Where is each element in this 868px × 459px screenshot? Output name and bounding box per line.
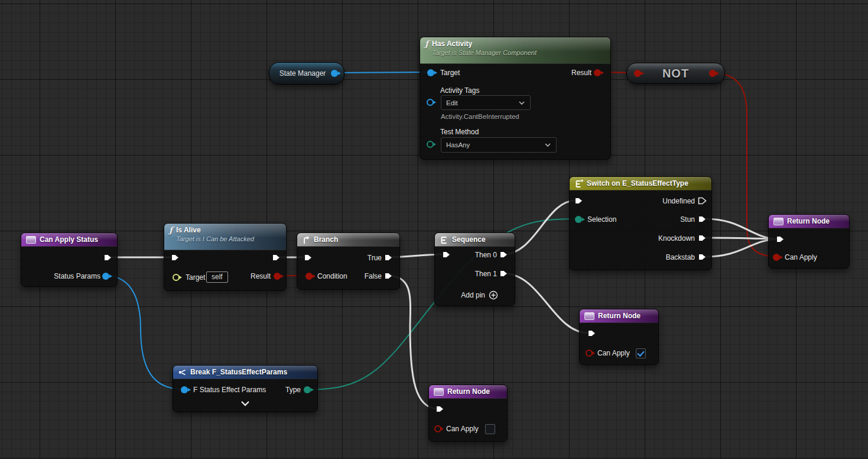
activity-tags-label: Activity Tags: [440, 86, 479, 95]
return-icon: [434, 388, 444, 396]
false-pin-label: False: [365, 272, 382, 280]
wire-exec-then1-to-return-mid[interactable]: [503, 273, 589, 333]
return-icon: [584, 312, 594, 320]
node-header: Return Node: [580, 309, 658, 323]
node-is-alive[interactable]: ƒ Is Alive Target is I Can be Attacked T…: [164, 223, 287, 291]
selection-input-pin[interactable]: [575, 216, 582, 223]
node-can-apply-status[interactable]: Can Apply Status Status Params: [21, 232, 118, 287]
test-method-input-pin[interactable]: [427, 141, 434, 148]
wire-exec-backstab-to-return[interactable]: [705, 239, 777, 257]
node-return-mid[interactable]: Return Node Can Apply: [579, 309, 659, 365]
return-icon: [773, 218, 784, 225]
can-apply-label: Can Apply: [597, 349, 630, 357]
blueprint-graph-canvas[interactable]: State Manager ƒ Has Activity Target is S…: [0, 0, 868, 459]
activity-tags-input-pin[interactable]: [427, 99, 434, 106]
exec-out-then1-pin[interactable]: [499, 270, 508, 277]
exec-in-pin[interactable]: [587, 329, 596, 337]
result-output-pin[interactable]: [274, 273, 281, 280]
node-title: Can Apply Status: [40, 235, 98, 244]
node-sequence[interactable]: Sequence Then 0 Then 1 Add pin: [434, 232, 515, 306]
object-output-pin[interactable]: [331, 70, 338, 77]
exec-in-pin[interactable]: [304, 254, 313, 261]
exec-in-pin[interactable]: [574, 197, 583, 205]
node-header: Return Node: [769, 215, 849, 228]
wire-object-state-manager-to-target[interactable]: [334, 72, 428, 73]
add-pin-button[interactable]: Add pin: [461, 290, 498, 300]
case-backstab-label: Backstab: [666, 253, 695, 261]
target-self-field[interactable]: self: [206, 271, 228, 283]
type-output-pin[interactable]: [304, 386, 311, 393]
exec-out-pin[interactable]: [103, 254, 112, 261]
node-subtitle: Target is State Manager Component: [432, 49, 537, 57]
node-has-activity[interactable]: ƒ Has Activity Target is State Manager C…: [420, 37, 611, 160]
add-pin-icon: [489, 290, 498, 300]
sequence-icon: [440, 235, 448, 244]
selection-pin-label: Selection: [587, 215, 616, 224]
exec-out-false-pin[interactable]: [384, 272, 393, 280]
status-params-label: Status Params: [54, 272, 100, 280]
exec-in-pin[interactable]: [171, 254, 180, 261]
node-switch-status-effect-type[interactable]: Switch on E_StatusEffectType Selection U…: [569, 176, 712, 270]
wire-bool-not-to-return-can-apply[interactable]: [712, 73, 773, 257]
target-pin-label: Target: [186, 273, 205, 282]
exec-out-pin[interactable]: [272, 254, 281, 261]
can-apply-input-pin[interactable]: [773, 254, 780, 261]
chevron-down-icon: [518, 101, 525, 105]
node-state-manager-getter[interactable]: State Manager: [269, 62, 344, 85]
node-title: Return Node: [598, 312, 641, 320]
exec-out-stun-pin[interactable]: [698, 215, 707, 223]
exec-in-pin[interactable]: [442, 251, 451, 258]
activity-tags-dropdown[interactable]: Edit: [441, 95, 531, 110]
result-output-pin[interactable]: [594, 69, 601, 76]
function-icon: ƒ: [169, 226, 173, 234]
can-apply-input-pin[interactable]: [434, 425, 441, 432]
exec-out-true-pin[interactable]: [384, 254, 393, 261]
node-header: ƒ Is Alive Target is I Can be Attacked: [164, 224, 286, 250]
bool-output-pin[interactable]: [709, 70, 716, 77]
test-method-value: HasAny: [446, 141, 470, 148]
exec-out-then0-pin[interactable]: [499, 251, 508, 258]
status-params-output-pin[interactable]: [102, 273, 109, 280]
exec-in-pin[interactable]: [776, 235, 785, 243]
node-not[interactable]: NOT: [626, 63, 725, 84]
node-title: Return Node: [447, 387, 490, 396]
node-title: Return Node: [787, 217, 830, 225]
node-return-top[interactable]: Return Node Can Apply: [768, 214, 850, 269]
wire-object-status-params-to-break[interactable]: [105, 276, 181, 389]
node-header: Return Node: [429, 385, 507, 399]
case-knockdown-label: Knockdown: [658, 234, 695, 243]
true-pin-label: True: [368, 254, 382, 262]
test-method-dropdown[interactable]: HasAny: [441, 137, 557, 153]
can-apply-label: Can Apply: [785, 253, 817, 261]
can-apply-checkbox-unchecked[interactable]: [485, 424, 495, 434]
case-undefined-label: Undefined: [662, 197, 695, 205]
exec-out-knockdown-pin[interactable]: [698, 234, 707, 242]
expand-chevron-down-icon[interactable]: [239, 400, 251, 407]
node-subtitle: Target is I Can be Attacked: [176, 235, 254, 244]
node-title: Sequence: [452, 235, 486, 244]
break-struct-icon: [178, 368, 187, 377]
branch-icon: [302, 235, 310, 244]
bool-input-pin[interactable]: [634, 70, 641, 77]
activity-tag-value-text: Activity.CantBeInterrupted: [441, 112, 519, 121]
can-apply-checkbox-checked[interactable]: [636, 348, 646, 358]
wire-exec-knockdown-to-return[interactable]: [705, 238, 777, 239]
activity-tags-value: Edit: [446, 99, 458, 106]
condition-input-pin[interactable]: [305, 273, 313, 280]
can-apply-input-pin[interactable]: [586, 350, 593, 357]
node-header: Break F_StatusEffectParams: [173, 366, 317, 379]
target-pin-label: Target: [440, 69, 460, 77]
target-input-pin[interactable]: [173, 274, 180, 281]
wire-exec-stun-to-return[interactable]: [705, 219, 777, 239]
event-icon: [26, 236, 36, 244]
target-input-pin[interactable]: [427, 69, 434, 76]
then0-pin-label: Then 0: [475, 251, 497, 259]
node-branch[interactable]: Branch Condition True False: [297, 232, 400, 290]
node-break-status-effect-params[interactable]: Break F_StatusEffectParams F Status Effe…: [173, 365, 318, 412]
exec-in-pin[interactable]: [435, 405, 444, 413]
exec-out-undefined-pin[interactable]: [698, 197, 707, 205]
struct-input-pin[interactable]: [181, 386, 188, 393]
exec-out-backstab-pin[interactable]: [698, 253, 707, 261]
not-label: NOT: [662, 67, 689, 80]
node-return-bottom[interactable]: Return Node Can Apply: [428, 384, 508, 442]
